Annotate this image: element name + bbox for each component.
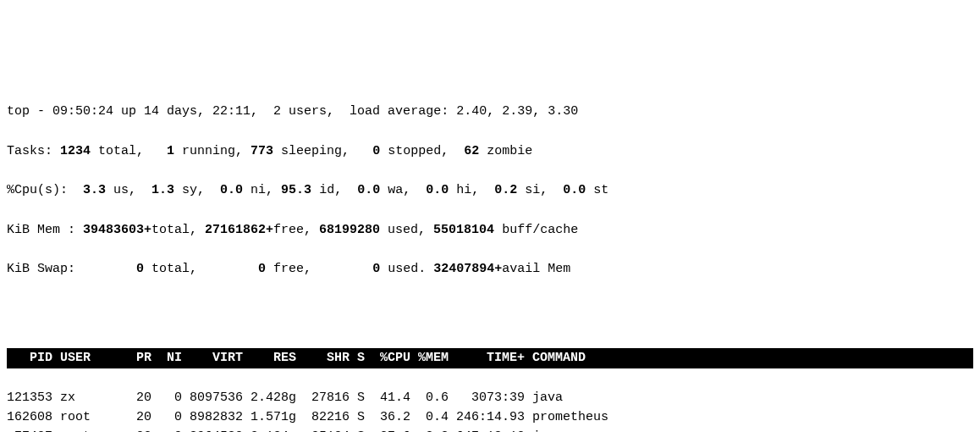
table-body: 121353 zx 20 0 8097536 2.428g 27816 S 41… [7, 388, 973, 432]
summary-line-uptime: top - 09:50:24 up 14 days, 22:11, 2 user… [7, 102, 973, 121]
summary-line-cpu: %Cpu(s): 3.3 us, 1.3 sy, 0.0 ni, 95.3 id… [7, 180, 973, 200]
summary-line-tasks: Tasks: 1234 total, 1 running, 773 sleepi… [7, 141, 973, 161]
table-header: PID USER PR NI VIRT RES SHR S %CPU %MEM … [7, 348, 973, 368]
top-summary: top - 09:50:24 up 14 days, 22:11, 2 user… [7, 82, 973, 299]
table-row[interactable]: 77427 root 20 0 8964580 3.134g 25104 S 2… [7, 427, 973, 432]
process-table: PID USER PR NI VIRT RES SHR S %CPU %MEM … [7, 329, 973, 432]
table-row[interactable]: 162608 root 20 0 8982832 1.571g 82216 S … [7, 407, 973, 427]
summary-line-swap: KiB Swap: 0 total, 0 free, 0 used. 32407… [7, 259, 973, 279]
table-row[interactable]: 121353 zx 20 0 8097536 2.428g 27816 S 41… [7, 388, 973, 407]
summary-line-mem: KiB Mem : 39483603+total, 27161862+free,… [7, 220, 973, 240]
